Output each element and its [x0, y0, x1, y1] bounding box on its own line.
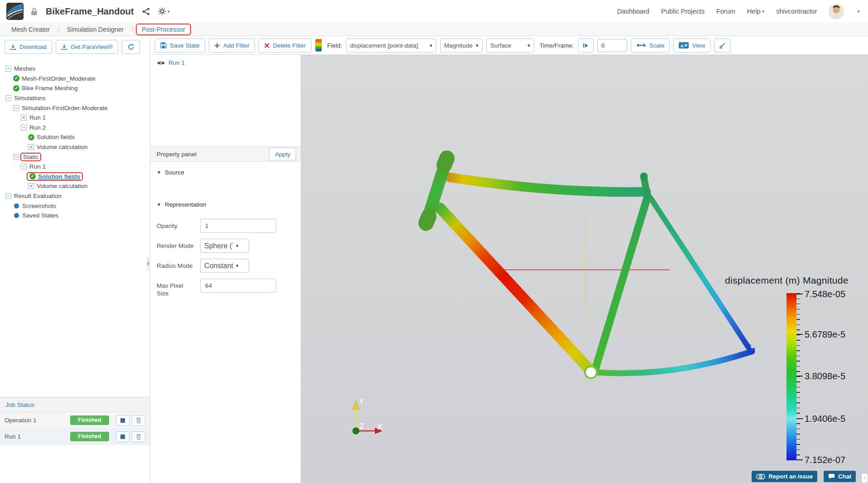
render-mode-select[interactable]: Sphere (T▾: [200, 239, 249, 253]
left-toolbar: Download Get ParaView®: [0, 36, 150, 58]
chevron-down-icon: ▾: [236, 263, 239, 269]
dot-icon: [14, 203, 19, 208]
axis-x-label: X: [377, 423, 382, 431]
property-panel-title: Property panel: [150, 151, 269, 158]
collapse-icon[interactable]: −: [21, 125, 27, 130]
notification-toggle[interactable]: !: [861, 473, 868, 483]
legend-tick-label: 7.152e-07: [805, 455, 845, 465]
delete-filter-button[interactable]: Delete Filter: [259, 39, 312, 53]
stop-job-button[interactable]: [116, 431, 129, 442]
tree-item-simulations[interactable]: −Simulations: [5, 93, 150, 103]
tree-item-mesh-firstorder-moderate[interactable]: ✓Mesh-FirstOrder_Moderate: [13, 74, 150, 84]
status-badge: Finished: [70, 415, 109, 425]
download-button[interactable]: Download: [5, 40, 52, 54]
share-icon[interactable]: [142, 8, 150, 15]
tree-item-bike-frame-meshing[interactable]: ✓Bike Frame Meshing: [13, 83, 150, 93]
dot-icon: [14, 213, 19, 218]
tree-item-run-2[interactable]: −Run 2: [21, 123, 150, 133]
tree-item-saved-states[interactable]: Saved States: [13, 211, 150, 221]
status-badge: Finished: [70, 432, 109, 441]
expand-icon[interactable]: +: [28, 183, 34, 189]
nav-username[interactable]: shivcontractor: [776, 8, 817, 15]
annotation-box: Static: [20, 153, 41, 161]
collapse-icon[interactable]: −: [5, 193, 11, 199]
max-pixel-input[interactable]: [200, 279, 276, 293]
tree-item-solution-fields[interactable]: ✓Solution fields: [28, 132, 150, 142]
nav-forum[interactable]: Forum: [716, 8, 735, 15]
tree-item-volume-calculation[interactable]: +Volume calculation: [28, 142, 150, 152]
get-paraview-button[interactable]: Get ParaView®: [56, 40, 118, 54]
collapse-icon[interactable]: −: [13, 154, 19, 160]
legend-tick-label: 5.6789e-5: [805, 329, 845, 340]
legend-tick-label: 7.548e-05: [805, 289, 845, 299]
axis-y-label: Y: [359, 398, 364, 406]
collapse-icon[interactable]: −: [5, 66, 11, 72]
play-button[interactable]: [578, 39, 594, 53]
time-frame-input[interactable]: [597, 39, 627, 52]
chevron-down-icon: ▾: [430, 43, 432, 48]
legend-tick-label: 3.8098e-5: [805, 371, 845, 382]
eye-visibility-icon[interactable]: [157, 60, 165, 66]
tree-item-meshes[interactable]: −Meshes: [5, 64, 150, 74]
nav-help[interactable]: Help▾: [747, 8, 764, 15]
collapse-icon[interactable]: −: [5, 95, 11, 101]
lock-icon: [31, 7, 38, 16]
chat-button[interactable]: Chat: [824, 471, 856, 482]
check-icon: ✓: [29, 173, 36, 179]
bottom-bracket: [585, 367, 597, 378]
radius-mode-select[interactable]: Constant▾: [200, 259, 249, 273]
representation-select[interactable]: Surface▾: [486, 39, 534, 53]
section-representation[interactable]: ▼ Representation: [150, 201, 301, 208]
render-mode-row: Render Mode Sphere (T▾: [157, 239, 301, 253]
chevron-down-icon[interactable]: ▾: [857, 9, 860, 14]
delete-job-button[interactable]: [132, 431, 145, 442]
delete-job-button[interactable]: [132, 415, 145, 426]
field-select[interactable]: displacement [point-data]▾: [346, 39, 436, 53]
colorbar-major-tick: [796, 459, 803, 460]
axis-z-label: Z: [360, 422, 364, 430]
report-issue-button[interactable]: Report an issue: [752, 471, 817, 482]
tab-simulation-designer[interactable]: Simulation Designer: [62, 24, 129, 34]
viewport-3d[interactable]: Y Z X displacement (m) Magnitude: [301, 55, 868, 483]
tab-post-processor[interactable]: Post-Processor: [136, 24, 191, 35]
fit-view-button[interactable]: [714, 39, 730, 53]
tree-item-run-1[interactable]: +Run 1: [21, 113, 150, 123]
avatar[interactable]: [829, 4, 844, 19]
view-button[interactable]: View: [673, 39, 710, 53]
component-select[interactable]: Magnitude▾: [440, 39, 483, 53]
filter-property-panel: Run 1 Property panel Apply ▼ Source ▼ Re…: [150, 55, 301, 483]
tree-item-screenshots[interactable]: Screenshots: [13, 201, 150, 211]
section-source[interactable]: ▼ Source: [150, 169, 301, 176]
opacity-input[interactable]: [200, 219, 276, 233]
scale-button[interactable]: Scale: [631, 39, 670, 53]
tree-item-static-solution-fields[interactable]: ✓Solution fields: [28, 172, 150, 182]
settings-gear-icon[interactable]: ▾: [158, 7, 170, 15]
add-filter-button[interactable]: Add Filter: [209, 39, 255, 53]
stop-icon: [120, 418, 125, 423]
stop-job-button[interactable]: [116, 415, 129, 426]
nav-public-projects[interactable]: Public Projects: [661, 8, 705, 15]
refresh-icon: [128, 43, 134, 50]
panel-resize-handle[interactable]: ‖: [147, 257, 150, 270]
colormap-swatch[interactable]: [315, 39, 322, 52]
collapse-icon[interactable]: −: [21, 164, 27, 169]
tree-item-static-volume-calculation[interactable]: +Volume calculation: [28, 181, 150, 191]
expand-icon[interactable]: +: [28, 144, 34, 150]
save-state-button[interactable]: Save State: [155, 39, 205, 53]
tab-mesh-creator[interactable]: Mesh Creator: [6, 24, 55, 34]
tree-item-simulation-firstorder-moderate[interactable]: −Simulation-FirstOrder-Moderate: [13, 103, 150, 113]
filter-item-run-1[interactable]: Run 1: [157, 59, 301, 66]
max-pixel-label: Max Pixel Size: [157, 279, 200, 297]
apply-button[interactable]: Apply: [269, 148, 296, 160]
tree-item-static-run-1[interactable]: −Run 1: [21, 162, 150, 172]
tree-item-static[interactable]: −Static: [13, 152, 150, 162]
bike-frame-tubes: [426, 158, 752, 373]
clip-plane-lines[interactable]: [499, 214, 670, 327]
expand-icon[interactable]: +: [21, 115, 27, 121]
refresh-button[interactable]: [122, 40, 140, 54]
right-region: Save State Add Filter Delete Filter Fiel…: [150, 36, 868, 483]
header: BikeFrame_Handout ▾ Dashboard Public Pro…: [0, 0, 868, 23]
collapse-icon[interactable]: −: [13, 105, 19, 111]
tree-item-result-evaluation[interactable]: −Result Evaluation: [5, 191, 150, 201]
nav-dashboard[interactable]: Dashboard: [617, 8, 649, 15]
